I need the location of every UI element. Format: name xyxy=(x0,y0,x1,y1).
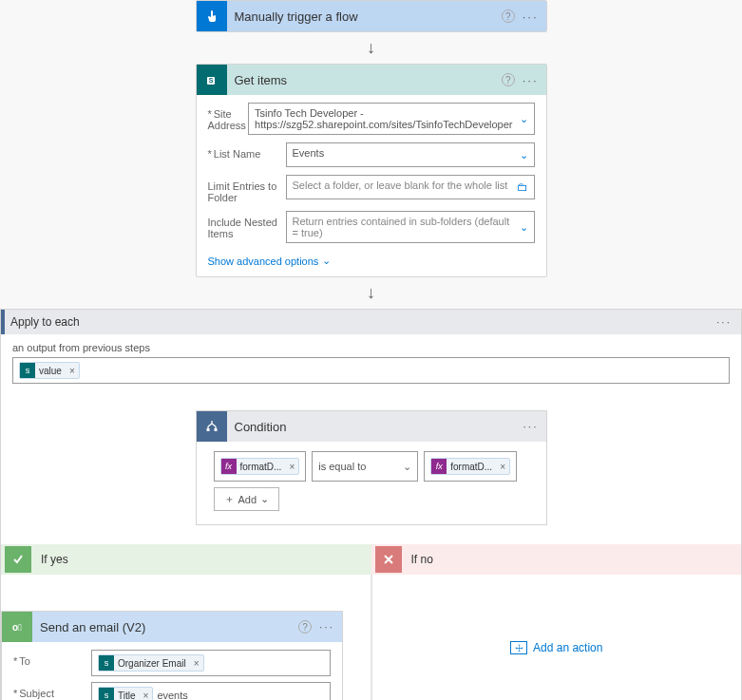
svg-rect-2 xyxy=(206,428,209,431)
remove-token-icon[interactable]: × xyxy=(66,366,79,376)
help-icon[interactable]: ? xyxy=(298,620,312,634)
add-action-button[interactable]: ☩ Add an action xyxy=(382,584,732,654)
send-email-card: o⃞ Send an email (V2) ? ··· To s xyxy=(1,611,343,700)
apply-output-input[interactable]: s value × xyxy=(12,357,730,384)
title-token[interactable]: s Title × xyxy=(98,687,153,700)
chevron-down-icon: ⌄ xyxy=(322,255,331,267)
condition-card: Condition ··· fx formatD... × xyxy=(196,410,547,525)
folder-input[interactable]: Select a folder, or leave blank for the … xyxy=(286,175,535,199)
fx-icon: fx xyxy=(431,459,447,474)
menu-icon[interactable]: ··· xyxy=(716,315,732,329)
remove-token-icon[interactable]: × xyxy=(140,691,153,701)
add-action-icon: ☩ xyxy=(510,641,527,654)
fx-token[interactable]: fx formatD... × xyxy=(430,458,510,475)
help-icon[interactable]: ? xyxy=(502,9,515,23)
sharepoint-token-icon: s xyxy=(99,688,114,700)
trigger-title: Manually trigger a flow xyxy=(235,9,502,24)
menu-icon[interactable]: ··· xyxy=(523,9,539,24)
show-advanced-link[interactable]: Show advanced options⌄ xyxy=(208,251,332,269)
chevron-down-icon[interactable]: ⌄ xyxy=(520,149,528,161)
nested-label: Include Nested Items xyxy=(208,211,286,239)
trigger-card: Manually trigger a flow ? ··· xyxy=(196,0,547,32)
add-condition-button[interactable]: ＋ Add ⌄ xyxy=(214,487,280,511)
menu-icon[interactable]: ··· xyxy=(523,420,545,433)
to-input[interactable]: s Organizer Email × xyxy=(91,650,331,676)
svg-rect-3 xyxy=(214,428,217,431)
apply-output-label: an output from previous steps xyxy=(12,342,730,353)
outlook-icon: o⃞ xyxy=(2,612,32,642)
folder-picker-icon[interactable]: 🗀 xyxy=(517,180,528,194)
remove-token-icon[interactable]: × xyxy=(190,658,203,669)
chevron-down-icon[interactable]: ⌄ xyxy=(520,113,528,125)
apply-to-each-card: Apply to each ··· an output from previou… xyxy=(0,309,742,700)
remove-token-icon[interactable]: × xyxy=(496,462,509,472)
chevron-down-icon: ⌄ xyxy=(260,493,269,505)
if-no-branch: If no ☩ Add an action xyxy=(371,544,742,700)
list-name-input[interactable]: Events ⌄ xyxy=(286,142,535,167)
if-yes-branch: If yes o⃞ Send an email (V2) ? ··· To xyxy=(1,544,371,700)
sharepoint-icon: S xyxy=(197,65,227,95)
sharepoint-token-icon: s xyxy=(20,363,35,378)
condition-left-input[interactable]: fx formatD... × xyxy=(214,451,307,482)
sharepoint-token-icon: s xyxy=(99,655,114,671)
condition-operator-select[interactable]: is equal to ⌄ xyxy=(312,451,418,482)
nested-input[interactable]: Return entries contained in sub-folders … xyxy=(286,211,535,243)
arrow-down-icon: ↓ xyxy=(367,32,375,64)
close-icon xyxy=(375,546,402,573)
touch-icon xyxy=(197,1,227,31)
getitems-card: S Get items ? ··· Site Address Tsinfo Te… xyxy=(196,64,547,277)
site-address-label: Site Address xyxy=(208,103,249,131)
remove-token-icon[interactable]: × xyxy=(285,462,298,472)
getitems-title: Get items xyxy=(235,73,502,87)
plus-icon: ＋ xyxy=(224,492,235,506)
to-label: To xyxy=(13,650,91,667)
check-icon xyxy=(5,546,31,573)
fx-token[interactable]: fx formatD... × xyxy=(220,458,300,475)
chevron-down-icon[interactable]: ⌄ xyxy=(520,221,528,234)
condition-right-input[interactable]: fx formatD... × xyxy=(424,451,517,482)
menu-icon[interactable]: ··· xyxy=(523,73,539,87)
arrow-down-icon: ↓ xyxy=(367,277,375,309)
subject-label: Subject xyxy=(13,682,91,699)
fx-icon: fx xyxy=(221,459,237,474)
site-address-input[interactable]: Tsinfo Tech Developer - https://szg52.sh… xyxy=(248,103,534,135)
chevron-down-icon: ⌄ xyxy=(403,461,411,473)
apply-header[interactable]: Apply to each ··· xyxy=(1,310,741,334)
condition-icon xyxy=(197,411,227,442)
list-name-label: List Name xyxy=(208,142,286,160)
value-token[interactable]: s value × xyxy=(19,362,80,379)
organizer-email-token[interactable]: s Organizer Email × xyxy=(98,654,204,672)
menu-icon[interactable]: ··· xyxy=(319,620,342,634)
help-icon[interactable]: ? xyxy=(502,73,515,86)
subject-input[interactable]: s Title × events xyxy=(91,682,331,700)
svg-text:S: S xyxy=(208,77,213,84)
folder-label: Limit Entries to Folder xyxy=(208,175,286,203)
